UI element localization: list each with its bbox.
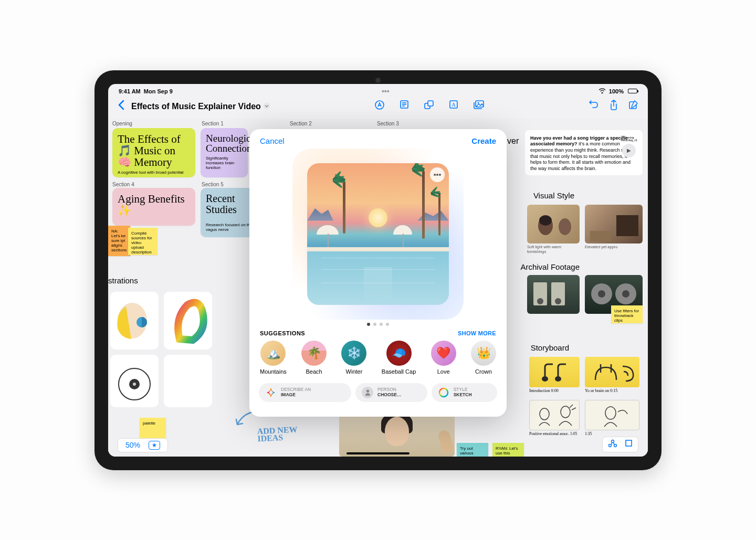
illustration-thumb[interactable] [110,292,159,350]
svg-point-26 [555,298,561,304]
text-tool-icon[interactable]: A [449,100,458,113]
image-tool-icon[interactable] [473,100,485,113]
label-storyboard: Storyboard [531,343,569,352]
card-subtitle: Research focused on the vagus nerve [206,223,253,232]
show-more-button[interactable]: SHOW MORE [458,330,496,336]
svg-point-36 [609,444,612,447]
card-section1[interactable]: Neurological Connection Significantly in… [201,128,248,177]
play-button[interactable]: ▶ [622,144,636,157]
note-tool-icon[interactable] [400,100,409,113]
zoom-control[interactable]: 50% ★ [118,438,168,452]
section-label: Section 4 [112,182,134,187]
ipad-screen: 9:41 AM Mon Sep 9 ••• 100% Effects of Mu… [108,84,648,457]
thumb-visual-style[interactable] [527,205,580,243]
suggestion-winter[interactable]: ❄️Winter [341,341,366,375]
sparkle-icon [265,387,277,398]
suggestion-beach[interactable]: 🌴Beach [301,341,327,375]
battery-percent: 100% [609,88,624,94]
text-block[interactable]: Have you ever had a song trigger a speci… [525,130,643,175]
nodes-icon[interactable] [608,439,617,450]
thumb-caption: Soft light with warm furnishings [527,245,576,254]
document-title[interactable]: Effects of Music Explainer Video [131,102,270,111]
card-title: Neurological Connection [206,133,243,154]
svg-point-19 [539,215,552,226]
compose-icon[interactable] [628,100,638,113]
storyboard-caption: Introduction 0:00 [529,388,580,393]
section-label: Opening [112,121,132,126]
card-section4[interactable]: Aging Benefits ✨ [112,188,195,226]
chevron-down-icon [263,102,270,111]
thumb-visual-style[interactable] [585,205,643,243]
thumb-caption: Elevated yet appro [585,245,640,249]
svg-rect-21 [616,215,638,236]
card-title: Recent Studies [206,193,253,215]
thumb-archival[interactable] [527,275,580,314]
sticky-note[interactable]: Try out various [457,443,488,457]
storyboard-frame[interactable] [529,400,580,430]
back-button[interactable] [118,100,125,113]
label-archival: Archival Footage [520,262,580,271]
home-indicator[interactable] [346,452,410,454]
svg-text:A: A [452,102,456,108]
svg-point-41 [439,388,448,397]
card-title: The Effects of 🎵 Music on 🧠 Memory [118,133,190,168]
suggestions-row: 🏔️Mountains 🌴Beach ❄️Winter 🧢Baseball Ca… [249,338,507,381]
choose-person-button[interactable]: PERSONCHOOSE… [355,383,427,402]
illustration-thumb[interactable] [164,355,212,407]
storyboard-caption: 1:35 [585,431,639,436]
share-icon[interactable] [610,100,618,113]
section-label: Section 2 [290,121,312,126]
illustration-thumb[interactable] [164,292,212,350]
label-ver: ver [507,136,519,146]
image-playground-modal: Cancel Create [249,129,507,417]
person-icon [362,387,373,398]
suggestion-crown[interactable]: 👑Crown [471,341,496,375]
suggestions-label: SUGGESTIONS [260,330,305,336]
storyboard-frame[interactable] [529,357,580,387]
storyboard-caption: Yo ur brain on 0:15 [585,388,639,393]
camera-notch [375,78,381,83]
svg-point-34 [561,406,570,418]
section-label: Section 1 [202,121,224,126]
battery-icon [628,89,637,93]
generated-image-preview[interactable]: ••• [307,163,449,305]
label-illustrations: strations [108,276,138,285]
suggestion-baseball-cap[interactable]: 🧢Baseball Cap [382,341,416,375]
choose-style-button[interactable]: STYLESKETCH [432,383,497,402]
sticky-note[interactable]: Use filters for throwback clips [611,305,643,323]
svg-point-0 [263,102,270,109]
storyboard-frame[interactable] [585,400,639,430]
frame-icon[interactable] [625,439,633,450]
pen-tool-icon[interactable] [374,100,385,113]
card-opening[interactable]: The Effects of 🎵 Music on 🧠 Memory A cog… [112,128,195,177]
svg-point-30 [622,290,629,298]
mini-toolbar [602,437,638,452]
suggestion-mountains[interactable]: 🏔️Mountains [260,341,287,375]
sticky-note[interactable]: RYAN: Let's use this [492,443,524,457]
sticky-note[interactable]: NA: Let's ke sure ipt aligns sections [108,226,130,256]
svg-point-38 [612,440,614,442]
shapes-tool-icon[interactable] [424,100,434,113]
card-subtitle: A cognitive tool with broad potential [118,170,190,175]
storyboard-frame[interactable] [585,357,639,387]
favorite-toggle[interactable]: ★ [149,441,160,450]
more-options-button[interactable]: ••• [430,167,445,182]
label-visual-style: Visual Style [533,191,574,200]
section-label: Section 3 [377,121,399,126]
svg-point-20 [559,218,571,235]
multitask-dots[interactable]: ••• [382,87,390,96]
app-toolbar: Effects of Music Explainer Video A [108,96,648,118]
create-button[interactable]: Create [471,136,496,145]
describe-image-button[interactable]: DESCRIBE ANIMAGE [259,383,351,402]
svg-point-37 [614,444,617,447]
suggestion-love[interactable]: ❤️Love [431,341,456,375]
card-title: Aging Benefits ✨ [118,193,190,216]
zoom-value: 50% [125,441,140,449]
undo-icon[interactable] [589,100,599,113]
status-date: Mon Sep 9 [144,88,173,94]
cancel-button[interactable]: Cancel [260,136,285,145]
illustration-thumb[interactable] [110,355,159,407]
status-bar: 9:41 AM Mon Sep 9 ••• 100% [108,84,648,96]
sticky-note[interactable]: Compile sources for video upload descrip… [128,228,158,255]
sticky-note[interactable]: palette [140,418,166,439]
